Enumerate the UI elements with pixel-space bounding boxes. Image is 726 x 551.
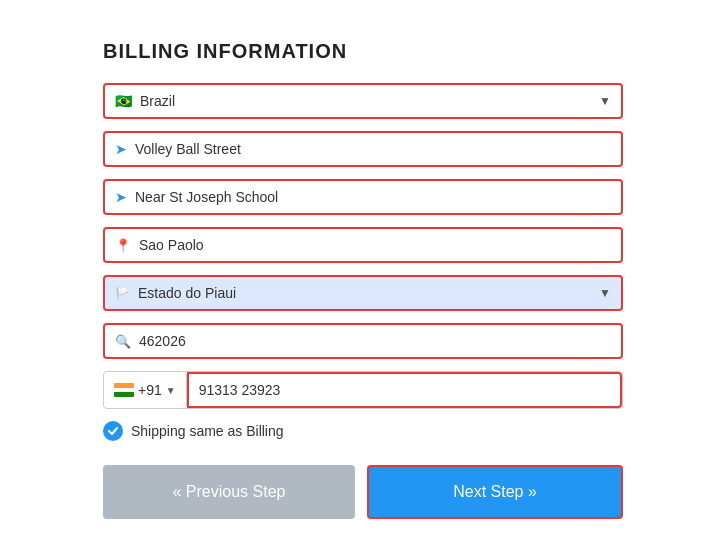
city-icon: 📍 — [115, 238, 131, 253]
address2-input[interactable] — [135, 189, 611, 205]
state-group: 🏳️ Estado do Piaui ▼ — [103, 275, 623, 311]
city-input[interactable] — [139, 237, 611, 253]
zip-input[interactable] — [139, 333, 611, 349]
shipping-label: Shipping same as Billing — [131, 423, 284, 439]
prev-step-button[interactable]: « Previous Step — [103, 465, 355, 519]
country-value: Brazil — [140, 93, 599, 109]
address1-input[interactable] — [135, 141, 611, 157]
zip-wrapper: 🔍 — [103, 323, 623, 359]
address1-group: ➤ — [103, 131, 623, 167]
city-wrapper: 📍 — [103, 227, 623, 263]
phone-row: +91 ▼ — [103, 371, 623, 409]
address2-group: ➤ — [103, 179, 623, 215]
phone-dropdown-arrow-icon: ▼ — [166, 385, 176, 396]
phone-number-input[interactable] — [199, 382, 610, 398]
address1-icon: ➤ — [115, 141, 127, 157]
phone-country-code: +91 — [138, 382, 162, 398]
phone-number-wrapper — [187, 372, 622, 408]
phone-group: +91 ▼ — [103, 371, 623, 409]
state-value: Estado do Piaui — [138, 285, 599, 301]
india-flag-icon — [114, 383, 134, 397]
phone-country-select[interactable]: +91 ▼ — [104, 374, 187, 406]
checkmark-icon — [107, 425, 119, 437]
zip-group: 🔍 — [103, 323, 623, 359]
address2-icon: ➤ — [115, 189, 127, 205]
state-dropdown-arrow-icon: ▼ — [599, 286, 611, 300]
state-select[interactable]: 🏳️ Estado do Piaui ▼ — [103, 275, 623, 311]
city-group: 📍 — [103, 227, 623, 263]
shipping-checkbox[interactable] — [103, 421, 123, 441]
billing-form: BILLING INFORMATION 🇧🇷 Brazil ▼ ➤ ➤ 📍 🏳️ — [73, 20, 653, 539]
page-title: BILLING INFORMATION — [103, 40, 623, 63]
country-flag-icon: 🇧🇷 — [115, 93, 132, 109]
address2-wrapper: ➤ — [103, 179, 623, 215]
shipping-same-row: Shipping same as Billing — [103, 421, 623, 441]
address1-wrapper: ➤ — [103, 131, 623, 167]
zip-icon: 🔍 — [115, 334, 131, 349]
buttons-row: « Previous Step Next Step » — [103, 465, 623, 519]
country-select[interactable]: 🇧🇷 Brazil ▼ — [103, 83, 623, 119]
next-step-button[interactable]: Next Step » — [367, 465, 623, 519]
state-flag-icon: 🏳️ — [115, 286, 130, 300]
country-group: 🇧🇷 Brazil ▼ — [103, 83, 623, 119]
country-dropdown-arrow-icon: ▼ — [599, 94, 611, 108]
